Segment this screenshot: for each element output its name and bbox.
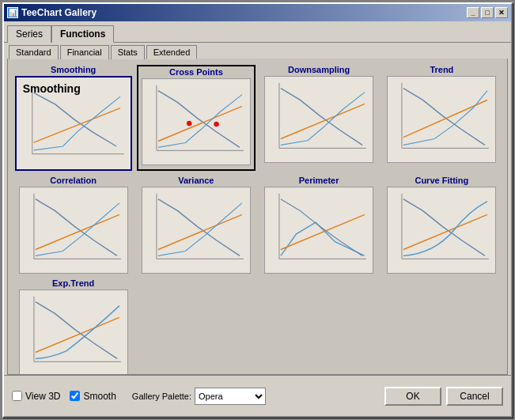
svg-rect-30 — [388, 187, 495, 273]
svg-rect-14 — [388, 77, 495, 162]
chart-item-curve-fitting[interactable]: Curve Fitting — [383, 176, 501, 274]
view3d-label: View 3D — [25, 391, 60, 402]
content-area: Smoothing Smoothing — [7, 59, 508, 375]
chart-item-exp-trend[interactable]: Exp.Trend — [14, 278, 132, 375]
sub-tabs: Standard Financial Stats Extended — [4, 42, 511, 59]
chart-svg-cross-points — [142, 79, 250, 165]
maximize-button[interactable]: □ — [481, 7, 494, 18]
chart-title-variance: Variance — [178, 176, 214, 185]
chart-item-variance[interactable]: Variance — [137, 176, 255, 274]
chart-svg-trend — [388, 77, 495, 162]
chart-box-variance — [142, 187, 251, 274]
chart-title-correlation: Correlation — [50, 176, 97, 185]
palette-group: Gallery Palette: Opera Default Classic — [132, 388, 266, 405]
chart-svg-perimeter — [265, 187, 373, 273]
chart-item-correlation[interactable]: Correlation — [14, 176, 132, 274]
minimize-button[interactable]: _ — [467, 7, 479, 18]
title-bar: 📊 TeeChart Gallery _ □ ✕ — [4, 4, 511, 21]
sub-tab-standard[interactable]: Standard — [9, 45, 59, 59]
sub-tab-extended[interactable]: Extended — [146, 45, 197, 59]
chart-title-smoothing: Smoothing — [51, 65, 96, 74]
svg-rect-34 — [20, 290, 127, 375]
chart-item-cross-points[interactable]: Cross Points — [137, 65, 255, 171]
svg-rect-26 — [265, 187, 372, 273]
chart-title-curve-fitting: Curve Fitting — [415, 176, 468, 185]
chart-box-correlation — [19, 187, 128, 274]
chart-title-cross-points: Cross Points — [169, 67, 223, 77]
ok-button[interactable]: OK — [384, 387, 441, 406]
chart-item-perimeter[interactable]: Perimeter — [260, 176, 378, 274]
chart-box-curve-fitting — [387, 187, 496, 274]
chart-svg-curve-fitting — [388, 187, 495, 273]
sub-tab-financial[interactable]: Financial — [60, 45, 109, 59]
svg-rect-22 — [142, 187, 249, 273]
tab-functions[interactable]: Functions — [51, 25, 114, 43]
chart-box-exp-trend — [19, 289, 128, 375]
window-title: TeeChart Gallery — [21, 7, 97, 18]
title-bar-buttons: _ □ ✕ — [467, 7, 508, 18]
bottom-bar: View 3D Smooth Gallery Palette: Opera De… — [4, 375, 511, 416]
chart-svg-correlation — [20, 187, 127, 273]
main-window: 📊 TeeChart Gallery _ □ ✕ Series Function… — [2, 2, 513, 418]
chart-item-smoothing[interactable]: Smoothing Smoothing — [14, 65, 132, 171]
chart-title-downsampling: Downsampling — [288, 65, 350, 74]
view3d-checkbox[interactable] — [12, 391, 22, 401]
svg-rect-18 — [20, 187, 127, 273]
chart-grid: Smoothing Smoothing — [14, 65, 501, 375]
chart-title-exp-trend: Exp.Trend — [52, 278, 94, 288]
sub-tab-stats[interactable]: Stats — [111, 45, 145, 59]
chart-svg-variance — [142, 187, 250, 273]
view3d-group: View 3D — [12, 391, 60, 402]
chart-item-downsampling[interactable]: Downsampling — [260, 65, 378, 171]
chart-box-smoothing: Smoothing — [15, 76, 132, 171]
svg-rect-4 — [142, 79, 249, 165]
tab-series[interactable]: Series — [7, 25, 51, 43]
svg-point-9 — [214, 122, 218, 127]
action-buttons: OK Cancel — [384, 387, 503, 406]
window-icon: 📊 — [7, 7, 18, 18]
smooth-label: Smooth — [83, 391, 115, 402]
chart-title-trend: Trend — [430, 65, 453, 74]
chart-box-downsampling — [264, 76, 373, 163]
chart-box-trend — [387, 76, 496, 163]
chart-title-perimeter: Perimeter — [299, 176, 339, 185]
chart-svg-downsampling — [265, 77, 373, 162]
close-button[interactable]: ✕ — [495, 7, 508, 18]
chart-svg-exp-trend — [20, 290, 127, 375]
palette-label: Gallery Palette: — [132, 392, 191, 401]
chart-box-cross-points — [142, 78, 251, 165]
svg-rect-10 — [265, 77, 372, 162]
main-tabs: Series Functions — [4, 21, 511, 42]
smooth-checkbox[interactable] — [70, 391, 80, 401]
chart-box-perimeter — [264, 187, 373, 274]
chart-item-trend[interactable]: Trend — [383, 65, 501, 171]
palette-select[interactable]: Opera Default Classic — [195, 388, 266, 405]
cancel-button[interactable]: Cancel — [446, 387, 503, 406]
smooth-group: Smooth — [70, 391, 115, 402]
svg-point-8 — [187, 121, 191, 126]
